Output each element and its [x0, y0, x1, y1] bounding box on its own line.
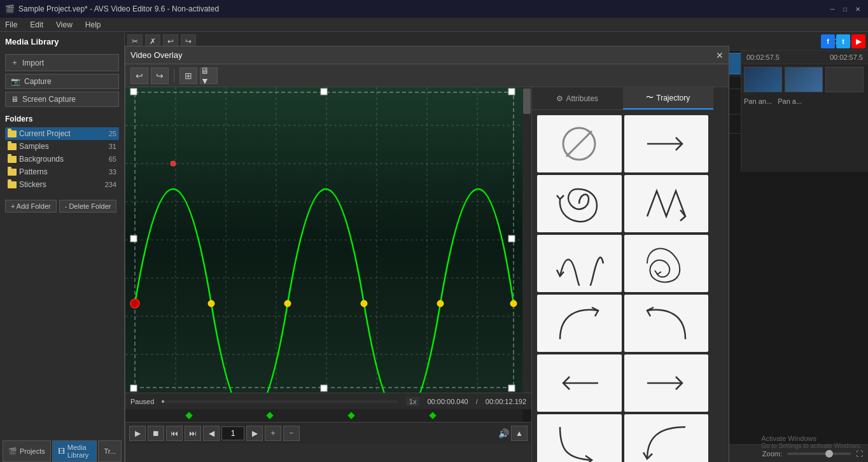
activate-subtext: Go to Settings to activate Windows.	[761, 442, 862, 449]
zigzag-icon	[641, 181, 692, 226]
folder-count: 25	[109, 130, 116, 137]
trajectory-corner-right[interactable]	[624, 414, 709, 462]
trajectory-grid	[532, 110, 713, 462]
progress-bar[interactable]	[162, 400, 398, 403]
rsp-label: 00:02:57.5	[830, 53, 863, 61]
trajectory-none[interactable]	[537, 115, 622, 172]
trajectory-zigzag[interactable]	[624, 175, 709, 232]
thumbnail-1[interactable]	[744, 67, 782, 92]
folder-stickers[interactable]: Stickers 234	[5, 178, 119, 191]
time-current: 00:00:00.040	[427, 398, 468, 405]
screen-capture-button[interactable]: 🖥 Screen Capture	[5, 92, 119, 107]
expand-icon[interactable]: ⛶	[856, 450, 863, 458]
media-icon: 🎞	[58, 447, 65, 455]
add-folder-button[interactable]: + Add Folder	[5, 200, 57, 213]
tab-media-library[interactable]: 🎞 Media Library	[52, 440, 97, 462]
social-icons: f t ▶	[821, 34, 865, 48]
app-title: Sample Project.vep* - AVS Video Editor 9…	[18, 4, 219, 13]
delete-folder-button[interactable]: - Delete Folder	[59, 200, 117, 213]
folder-current-project[interactable]: Current Project 25	[5, 127, 119, 140]
prev-frame-button[interactable]: ⏮	[166, 426, 183, 441]
video-section: Paused 1x 00:00:00.040 / 00:00:12.192	[125, 87, 531, 462]
youtube-icon[interactable]: ▶	[851, 34, 865, 48]
folder-backgrounds[interactable]: Backgrounds 65	[5, 153, 119, 165]
folder-samples[interactable]: Samples 31	[5, 140, 119, 153]
tab-attributes[interactable]: ⚙ Attributes	[532, 87, 623, 109]
folder-count: 33	[109, 168, 116, 176]
dialog-toolbar: ↩ ↪ ⊞ 🖥▼	[125, 64, 729, 87]
close-btn[interactable]: ✕	[853, 4, 863, 14]
volume-icon[interactable]: 🔊	[498, 428, 509, 438]
remove-keyframe-button[interactable]: －	[283, 426, 300, 441]
folder-icon	[8, 130, 17, 137]
tab-projects[interactable]: 🎬 Projects	[3, 440, 51, 462]
left-panel: Media Library ＋ Import 📷 Capture 🖥 Scree…	[0, 32, 125, 462]
tab-trajectory[interactable]: 〜 Trajectory	[623, 87, 714, 109]
facebook-icon[interactable]: f	[821, 34, 835, 48]
menu-view[interactable]: View	[53, 19, 75, 31]
stop-button[interactable]: ⏹	[148, 426, 164, 441]
minimize-btn[interactable]: ─	[827, 4, 837, 14]
trajectory-spiral[interactable]	[537, 175, 622, 232]
media-library-title: Media Library	[0, 32, 124, 52]
video-background	[125, 87, 531, 393]
volume-up-button[interactable]: ▲	[511, 426, 528, 441]
screen-icon: 🖥	[11, 95, 18, 104]
folder-patterns[interactable]: Patterns 33	[5, 165, 119, 178]
next-frame-button[interactable]: ⏭	[185, 426, 201, 441]
capture-button[interactable]: 📷 Capture	[5, 74, 119, 89]
playback-controls: ▶ ⏹ ⏮ ⏭ ◀ ▶ ＋ － 🔊 ▲	[125, 422, 531, 444]
dialog-close-button[interactable]: ✕	[716, 50, 724, 60]
add-keyframe-button[interactable]: ＋	[265, 426, 281, 441]
speed-indicator: 1x	[406, 397, 420, 406]
twitter-icon[interactable]: t	[836, 34, 850, 48]
next-keyframe-button[interactable]: ▶	[246, 426, 263, 441]
dialog-content: Paused 1x 00:00:00.040 / 00:00:12.192	[125, 87, 729, 462]
trajectory-wave[interactable]	[537, 235, 622, 292]
thumbnail-3[interactable]	[825, 67, 864, 92]
timeline-scrubber[interactable]	[125, 409, 531, 422]
right-panel: ⚙ Attributes 〜 Trajectory	[531, 87, 713, 462]
maximize-btn[interactable]: □	[840, 4, 850, 14]
trajectory-arrow-right[interactable]	[624, 115, 709, 172]
wave-icon	[554, 241, 605, 286]
right-tabs: ⚙ Attributes 〜 Trajectory	[532, 87, 713, 110]
trajectory-arrow-left[interactable]	[537, 354, 622, 412]
folder-label: Patterns	[19, 167, 48, 176]
folder-count: 234	[105, 181, 116, 188]
folders-title: Folders	[5, 115, 119, 123]
attributes-icon: ⚙	[556, 94, 563, 103]
folder-label: Backgrounds	[19, 155, 64, 164]
import-button[interactable]: ＋ Import	[5, 54, 119, 71]
thumbnail-2[interactable]	[785, 67, 823, 92]
time-separator: /	[476, 398, 478, 405]
thumbnail-panel: 00:02:57.5 00:02:57.5 Pan an... Pan a...	[741, 51, 868, 172]
curve-upright-icon	[641, 301, 692, 346]
prev-keyframe-button[interactable]: ◀	[203, 426, 220, 441]
trajectory-arrow-right2[interactable]	[624, 354, 709, 412]
pan-label: Pan an... Pan a...	[741, 95, 868, 108]
view-button[interactable]: 🖥▼	[200, 67, 218, 84]
time-total: 00:00:12.192	[486, 398, 526, 405]
folder-icon	[8, 181, 17, 188]
video-canvas[interactable]	[125, 87, 531, 393]
grid-button[interactable]: ⊞	[179, 67, 197, 84]
menu-help[interactable]: Help	[83, 19, 104, 31]
trajectory-curve-upright[interactable]	[624, 295, 709, 352]
undo-tool-button[interactable]: ↩	[130, 67, 148, 84]
menu-edit[interactable]: Edit	[27, 19, 46, 31]
trajectory-curve-upleft[interactable]	[537, 295, 622, 352]
frame-number-input[interactable]	[221, 426, 244, 440]
zoom-label: Zoom:	[762, 450, 782, 458]
menu-file[interactable]: File	[3, 19, 20, 31]
video-scrollbar[interactable]	[522, 87, 531, 393]
trajectory-helix[interactable]	[624, 235, 709, 292]
trajectory-corner-down-left[interactable]	[537, 414, 622, 462]
folder-count: 31	[109, 143, 116, 150]
dialog-title-bar: Video Overlay ✕	[125, 46, 729, 64]
play-button[interactable]: ▶	[129, 426, 146, 441]
tab-tr[interactable]: Tr...	[98, 440, 122, 462]
arrow-right2-icon	[641, 361, 692, 405]
redo-tool-button[interactable]: ↪	[151, 67, 169, 84]
zoom-slider[interactable]	[787, 452, 851, 455]
